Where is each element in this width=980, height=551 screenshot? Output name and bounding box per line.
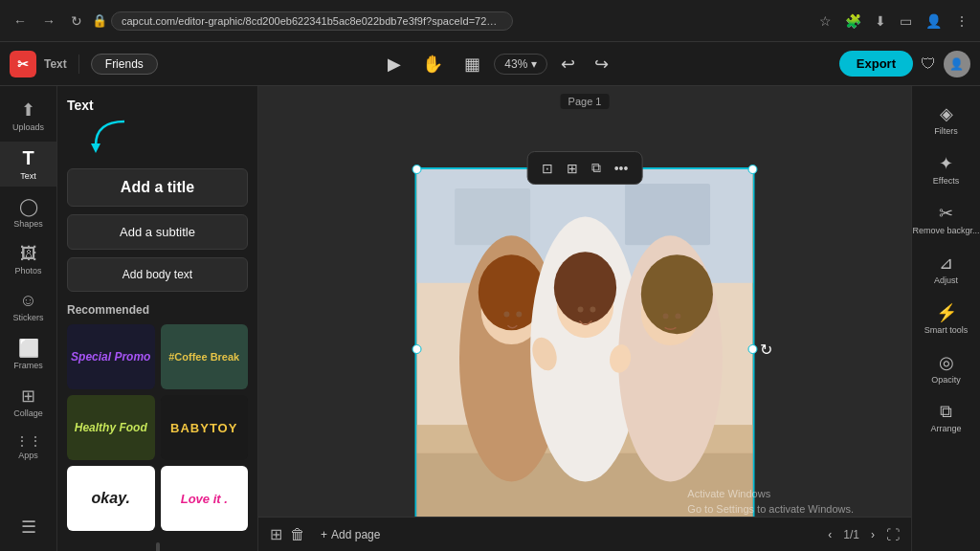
sidebar-item-more[interactable]: ☰ [0, 511, 56, 543]
smart-tools-icon: ⚡ [936, 302, 957, 323]
sidebar-photos-label: Photos [14, 266, 41, 276]
effects-label: Effects [933, 176, 959, 186]
style-card-babytoy[interactable]: BABYTOY [161, 395, 249, 460]
text-panel-title: Text [67, 98, 248, 113]
effects-tool[interactable]: ✦ Effects [912, 145, 980, 193]
svg-point-20 [663, 313, 669, 319]
sidebar-item-apps[interactable]: ⋮⋮ Apps [0, 428, 56, 466]
pointer-tool[interactable]: ▶ [380, 50, 409, 78]
zoom-chevron: ▾ [531, 57, 537, 71]
menu-icon[interactable]: ⋮ [951, 10, 972, 33]
filters-tool[interactable]: ◈ Filters [912, 96, 980, 143]
url-bar[interactable] [111, 11, 513, 31]
style-card-okay[interactable]: okay. [67, 466, 155, 531]
grid-tool[interactable]: ▦ [457, 50, 488, 78]
sidebar-item-uploads[interactable]: ⬆ Uploads [0, 94, 56, 138]
window-icon[interactable]: ▭ [896, 10, 916, 33]
prev-page-button[interactable]: ‹ [822, 526, 837, 543]
text-icon: T [22, 147, 33, 169]
add-body-button[interactable]: Add body text [67, 257, 248, 292]
resize-handle-mr[interactable] [748, 344, 758, 354]
opacity-label: Opacity [931, 375, 961, 385]
page-indicator: 1/1 [843, 528, 859, 541]
grid-view-button[interactable]: ⊞ [561, 157, 584, 180]
fullscreen-icon[interactable]: ⛶ [886, 527, 900, 542]
brand-logo: ✂ [10, 51, 36, 77]
lock-icon: 🔒 [92, 13, 107, 28]
collage-icon: ⊞ [21, 386, 35, 407]
healthy-food-text: Healthy Food [71, 417, 151, 438]
arrow-indicator [86, 117, 144, 155]
profile-icon[interactable]: 👤 [922, 10, 946, 33]
grid-bottom-icon[interactable]: ⊞ [270, 525, 282, 543]
sidebar-item-collage[interactable]: ⊞ Collage [0, 380, 56, 424]
style-card-coffee-break[interactable]: #Coffee Break [161, 324, 249, 389]
style-card-special-promo[interactable]: Special Promo [67, 324, 155, 389]
adjust-icon: ⊿ [939, 253, 953, 274]
adjust-tool[interactable]: ⊿ Adjust [912, 245, 980, 293]
sidebar-collage-label: Collage [13, 408, 43, 418]
resize-handle-tl[interactable] [412, 165, 422, 174]
zoom-value: 43% [504, 57, 527, 71]
remove-bg-tool[interactable]: ✂ Remove backgr... [912, 195, 980, 243]
reload-button[interactable]: ↻ [65, 10, 88, 33]
sidebar-item-photos[interactable]: 🖼 Photos [0, 238, 56, 281]
canvas-area[interactable]: Page 1 ⊡ ⊞ ⧉ ••• [258, 86, 911, 551]
arrange-tool[interactable]: ⧉ Arrange [912, 394, 980, 441]
more-options-button[interactable]: ••• [609, 157, 635, 180]
activate-windows: Activate Windows Go to Settings to activ… [687, 487, 854, 517]
bookmark-icon[interactable]: ☆ [815, 10, 835, 33]
style-card-loveit[interactable]: Love it . [161, 466, 249, 531]
svg-point-19 [590, 307, 595, 313]
babytoy-text: BABYTOY [167, 417, 241, 439]
user-avatar[interactable]: 👤 [944, 51, 970, 77]
shapes-icon: ◯ [19, 196, 38, 217]
friends-tab[interactable]: Friends [91, 54, 158, 75]
style-card-healthy-food[interactable]: Healthy Food [67, 395, 155, 460]
add-page-label: Add page [331, 528, 380, 541]
add-title-button[interactable]: Add a title [67, 168, 248, 207]
sidebar-item-shapes[interactable]: ◯ Shapes [0, 190, 56, 234]
svg-point-16 [503, 311, 509, 317]
smart-tools-tool[interactable]: ⚡ Smart tools [912, 295, 980, 342]
arrange-icon: ⧉ [940, 402, 952, 422]
forward-button[interactable]: → [36, 10, 61, 33]
extension-icon[interactable]: 🧩 [841, 10, 865, 33]
sidebar-uploads-label: Uploads [12, 122, 44, 132]
filters-label: Filters [934, 126, 958, 136]
next-page-button[interactable]: › [865, 526, 880, 543]
sidebar-item-stickers[interactable]: ☺ Stickers [0, 285, 56, 328]
add-subtitle-button[interactable]: Add a subtitle [67, 214, 248, 250]
download-icon[interactable]: ⬇ [871, 10, 890, 33]
rotate-handle[interactable]: ↻ [760, 341, 772, 359]
copy-button[interactable]: ⧉ [586, 156, 607, 180]
canvas-image-container[interactable]: ↻ [415, 167, 755, 531]
hand-tool[interactable]: ✋ [414, 50, 451, 78]
browser-nav: ← → ↻ 🔒 [8, 10, 513, 33]
add-page-button[interactable]: + Add page [313, 525, 388, 544]
remove-bg-label: Remove backgr... [912, 226, 979, 235]
undo-button[interactable]: ↩ [553, 50, 583, 78]
zoom-control[interactable]: 43% ▾ [494, 54, 547, 75]
redo-button[interactable]: ↪ [587, 50, 616, 78]
sidebar-frames-label: Frames [13, 361, 43, 370]
adjust-label: Adjust [934, 276, 958, 285]
opacity-tool[interactable]: ◎ Opacity [912, 344, 980, 392]
smart-tools-label: Smart tools [924, 325, 969, 335]
export-button[interactable]: Export [839, 51, 913, 77]
back-button[interactable]: ← [8, 10, 33, 33]
sidebar-item-text[interactable]: T Text [0, 142, 56, 187]
resize-handle-tr[interactable] [748, 165, 758, 174]
svg-marker-0 [91, 143, 100, 153]
upload-icon: ⬆ [21, 99, 35, 121]
girls-illustration [417, 169, 753, 529]
stickers-icon: ☺ [19, 291, 36, 311]
svg-point-15 [641, 254, 713, 334]
crop-button[interactable]: ⊡ [536, 157, 559, 180]
sidebar-item-frames[interactable]: ⬜ Frames [0, 332, 56, 376]
frames-icon: ⬜ [18, 338, 39, 359]
resize-handle-ml[interactable] [412, 344, 422, 354]
trash-icon[interactable]: 🗑 [290, 526, 305, 543]
canvas-bottom: ⊞ 🗑 + Add page ‹ 1/1 › ⛶ [258, 517, 911, 551]
style-cards-grid: Special Promo #Coffee Break Healthy Food… [67, 324, 248, 531]
